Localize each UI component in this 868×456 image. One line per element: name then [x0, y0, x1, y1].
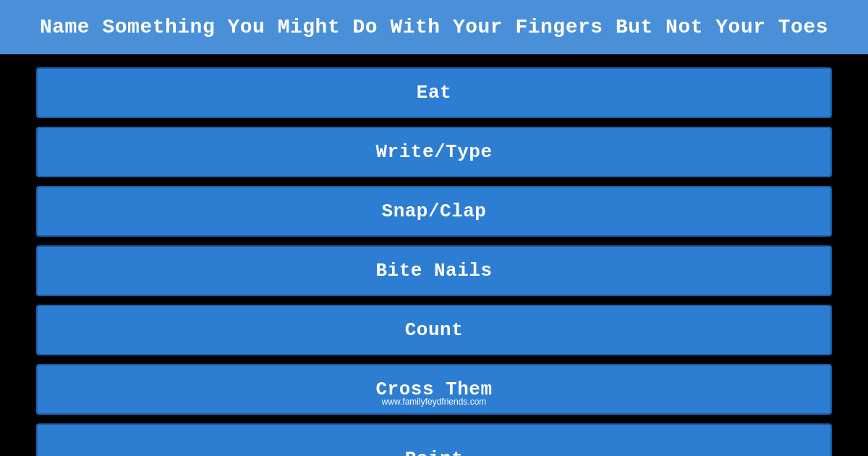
- answer-row-6[interactable]: Cross Them: [36, 364, 832, 415]
- answer-text-2: Write/Type: [375, 141, 492, 163]
- answer-row-7[interactable]: www.familyfeydfriends.com Point: [36, 423, 832, 456]
- header: Name Something You Might Do With Your Fi…: [0, 0, 868, 54]
- answer-row-4[interactable]: Bite Nails: [36, 245, 832, 296]
- answer-text-1: Eat: [417, 82, 451, 104]
- answer-row-3[interactable]: Snap/Clap: [36, 186, 832, 237]
- answer-text-7: Point: [405, 448, 464, 456]
- answer-text-5: Count: [405, 319, 464, 341]
- answer-row-5[interactable]: Count: [36, 305, 832, 355]
- content-area: Eat Write/Type Snap/Clap Bite Nails Coun…: [0, 54, 868, 456]
- answer-row-1[interactable]: Eat: [36, 67, 832, 118]
- header-title: Name Something You Might Do With Your Fi…: [40, 16, 828, 38]
- answer-text-3: Snap/Clap: [382, 200, 487, 222]
- answer-row-2[interactable]: Write/Type: [36, 127, 832, 177]
- answer-text-4: Bite Nails: [375, 260, 492, 282]
